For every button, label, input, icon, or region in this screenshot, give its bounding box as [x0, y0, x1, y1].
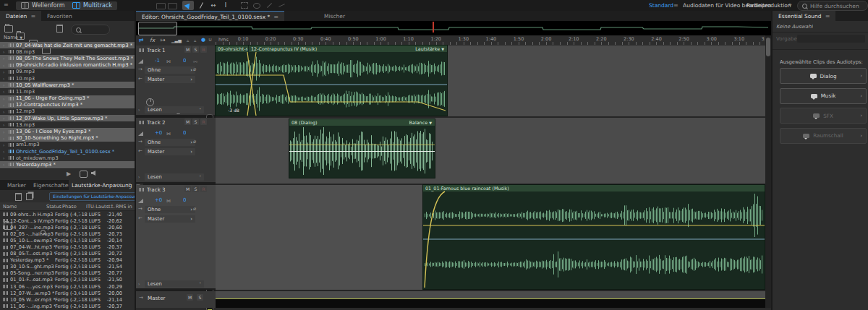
expand-chevron-icon[interactable]: ›	[3, 89, 7, 94]
audio-type-button[interactable]: Raumschall ›	[780, 128, 867, 144]
clip-gain-badge[interactable]: -3 dB	[228, 108, 239, 113]
track3-pan-value[interactable]: 0	[183, 197, 186, 203]
loudness-row[interactable]: 01_01-F...oat.mp3 * Fertig (-2,88 ... -1…	[0, 277, 135, 283]
track2-balance-envelope[interactable]	[289, 151, 435, 152]
expand-chevron-icon[interactable]: ›	[3, 96, 7, 101]
file-list-item[interactable]: › 13.mp3	[0, 121, 135, 128]
track1-pan-value[interactable]: 0	[183, 58, 186, 64]
expand-chevron-icon[interactable]: ›	[3, 142, 7, 147]
track2-arm-button[interactable]: R	[200, 119, 207, 125]
track1-automation-select[interactable]: Lesen˅	[145, 106, 204, 113]
track3-volume-value[interactable]: +0	[155, 197, 162, 203]
file-list-item[interactable]: › 11_06 - Urge For Going.mp3 *	[0, 95, 135, 102]
marquee-tool-button[interactable]	[239, 1, 250, 10]
loudness-settings-button[interactable]: Einstellungen für Lautstärke-Anpassung	[49, 192, 143, 201]
files-panel-menu-icon[interactable]: ≡	[30, 13, 35, 20]
track1-mute-button[interactable]: M	[184, 46, 191, 53]
track3-header[interactable]	[136, 185, 216, 290]
tab-essential-sound[interactable]: Essential Sound ≡	[773, 11, 835, 21]
editor-vertical-scrollbar[interactable]	[765, 35, 771, 308]
loudness-row[interactable]: 10_05 W...er.mp3 * Fertig (-2,23 ... -18…	[0, 296, 135, 303]
healing-tool-button[interactable]	[276, 1, 287, 10]
expand-chevron-icon[interactable]: ›	[3, 103, 7, 108]
track2-automation-select[interactable]: Lesen˅	[145, 173, 204, 181]
track2-name[interactable]: Track 2	[147, 119, 166, 126]
track1-volume-value[interactable]: -1	[155, 58, 160, 64]
ibeam-tool-button[interactable]: I	[220, 1, 231, 10]
loudness-row[interactable]: 05-Song...ner.mp3 * Fertig (-2,64 ... -1…	[0, 270, 135, 277]
track3-arm-button[interactable]: R	[200, 186, 207, 192]
expand-chevron-icon[interactable]: ›	[3, 129, 7, 134]
file-list-item[interactable]: › 09.mp3	[0, 69, 135, 75]
track2-pan-value[interactable]: 0	[183, 130, 186, 136]
move-tool-button[interactable]	[182, 1, 194, 10]
file-list-item[interactable]: › 11.mp3	[0, 88, 135, 95]
audio-type-button[interactable]: SFX ›	[780, 108, 867, 124]
scrollbar-thumb[interactable]	[766, 38, 770, 56]
track3-envelopes[interactable]	[423, 185, 765, 289]
waveform-view-button[interactable]: Wellenform	[16, 1, 69, 10]
loudness-row[interactable]: 12-Cont...s IV.mp3 * Fertig (-2,95 ... -…	[0, 218, 135, 224]
track2-input-select[interactable]: Ohne›	[145, 139, 195, 146]
tab-mischer[interactable]: Mischer	[318, 11, 351, 21]
expand-chevron-icon[interactable]: ›	[3, 69, 7, 74]
workspace-menu-icon[interactable]: ≡	[673, 2, 678, 9]
master-solo-button[interactable]: S	[197, 294, 203, 301]
time-selection-tool-button[interactable]: ↔	[208, 1, 219, 10]
track2-fx-bypass-icon[interactable]: ⌀	[193, 139, 196, 145]
file-list-item[interactable]: › 09-ohrsicht-radio inklusion romantisch…	[0, 62, 135, 69]
loudness-row[interactable]: Yesterday.mp3 * Fertig (-2,93 ... -18 LU…	[0, 257, 135, 264]
track2-clip-header[interactable]: 08 (Dialog) Balance ▼	[289, 119, 435, 126]
track1-fx-bypass-icon[interactable]: ⌀	[193, 66, 196, 72]
master-mute-button[interactable]: M	[187, 294, 193, 301]
track3-solo-button[interactable]: S	[192, 186, 199, 192]
file-list-item[interactable]: › 12.mp3	[0, 108, 135, 115]
brush-tool-button[interactable]	[263, 1, 275, 10]
tab-lautstaerke-anpassung[interactable]: Lautstärke-Anpassung≡	[69, 180, 143, 190]
track1-input-select[interactable]: Ohne›	[145, 66, 195, 74]
file-list-item[interactable]: › ot_mixdown.mp3	[0, 155, 135, 161]
trash-icon[interactable]	[56, 25, 63, 33]
session-overview-bar[interactable]	[136, 21, 771, 35]
file-list-item[interactable]: › 08_05-The Snows They Melt The Soonest.…	[0, 55, 135, 61]
loudness-row[interactable]: 11_06 -...ing.mp3 * Fertig (-2,65 ... -1…	[0, 303, 135, 309]
track2-automation-chevron[interactable]: ›	[138, 174, 140, 179]
workspace-overflow[interactable]: »	[788, 1, 792, 8]
loudness-row[interactable]: 09-ohrs...h H.mp3 * Fertig (-4,30 ... -1…	[0, 211, 135, 218]
expand-chevron-icon[interactable]: ›	[3, 122, 7, 127]
track3-automation-select[interactable]: Lesen˅	[145, 280, 204, 288]
audio-type-button[interactable]: Dialog ›	[780, 68, 867, 84]
open-folder-icon[interactable]	[4, 25, 13, 33]
expand-chevron-icon[interactable]: ›	[3, 76, 7, 81]
file-list-item[interactable]: › 13_06 - I Close My Eyes.mp3 *	[0, 128, 135, 134]
overview-playhead[interactable]	[433, 22, 434, 33]
file-list-item[interactable]: › Ohrsicht_GoodFriday_Teil_1_0100.sesx *	[0, 148, 135, 155]
track2-mute-button[interactable]: M	[184, 119, 191, 125]
razor-tool-button[interactable]	[195, 1, 207, 10]
expand-chevron-icon[interactable]: ›	[3, 82, 7, 87]
tab-favoriten[interactable]: Favoriten	[41, 11, 78, 21]
track1-solo-button[interactable]: S	[192, 46, 199, 53]
master-track-name[interactable]: Master	[148, 295, 166, 301]
play-button[interactable]: ▶	[67, 171, 71, 177]
loudness-row[interactable]: 30_10-S...ght.mp3 * Fertig (-2,97 ... -1…	[0, 264, 135, 270]
track3-name[interactable]: Track 3	[147, 186, 166, 193]
editor-panel-menu-icon[interactable]: ≡	[273, 14, 278, 20]
expand-chevron-icon[interactable]: ›	[3, 116, 7, 121]
help-search-input[interactable]: Hilfe durchsuchen	[797, 1, 868, 11]
clip-envelope-select[interactable]: Balance ▼	[409, 120, 435, 126]
track2-volume-value[interactable]: +0	[155, 130, 162, 136]
audio-type-button[interactable]: Musik ›	[780, 88, 867, 104]
file-list-item[interactable]: › 12_07-Wake Up, Little Sparrow.mp3 *	[0, 115, 135, 121]
track3-fx-bypass-icon[interactable]: ⌀	[193, 206, 196, 212]
file-list-item[interactable]: › 10_05 Wallflower.mp3 *	[0, 82, 135, 88]
track2-output-select[interactable]: Master›	[145, 148, 195, 155]
lasso-tool-button[interactable]	[251, 1, 263, 10]
track1-output-select[interactable]: Master›	[145, 76, 195, 83]
file-list-item[interactable]: › Yesterday.mp3 *	[0, 161, 135, 168]
loudness-row[interactable]: 12_07-W...w.mp3 * Fertig (-3,64 ... -18 …	[0, 290, 135, 296]
track2-solo-button[interactable]: S	[192, 119, 199, 125]
expand-chevron-icon[interactable]: ›	[3, 49, 7, 54]
track3-input-select[interactable]: Ohne›	[145, 206, 195, 213]
expand-chevron-icon[interactable]: ›	[3, 109, 7, 114]
